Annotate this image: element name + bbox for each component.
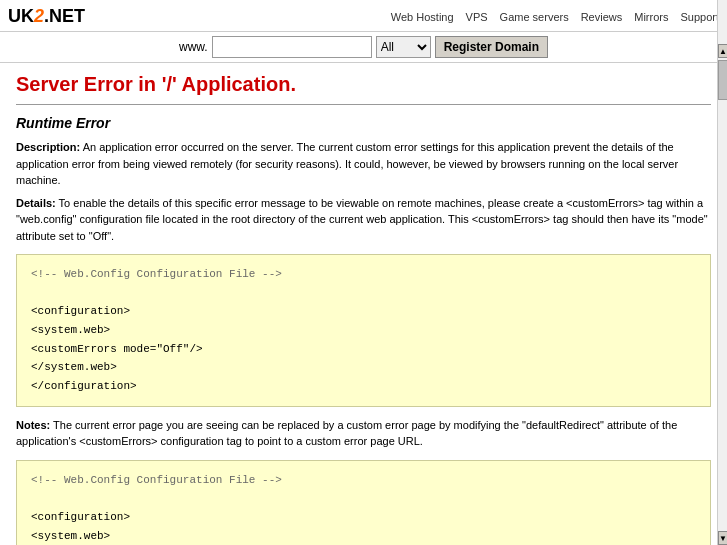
nav-links: Web Hosting VPS Game servers Reviews Mir…: [391, 11, 719, 23]
code-line-sysweb-1: <system.web>: [31, 321, 696, 340]
code-line-customerrors-1: <customErrors mode="Off"/>: [31, 340, 696, 359]
code-box-1: <!-- Web.Config Configuration File --> <…: [16, 254, 711, 407]
domain-select[interactable]: All .com .co.uk .net .org: [376, 36, 431, 58]
notes-block: Notes: The current error page you are se…: [16, 417, 711, 450]
code-comment-2: <!-- Web.Config Configuration File -->: [31, 471, 696, 490]
domain-bar: www. All .com .co.uk .net .org Register …: [0, 32, 727, 63]
details-block: Details: To enable the details of this s…: [16, 195, 711, 245]
code-comment-1: <!-- Web.Config Configuration File -->: [31, 265, 696, 284]
runtime-error-heading: Runtime Error: [16, 115, 711, 131]
code-line-sysweb-2: <system.web>: [31, 527, 696, 545]
register-domain-button[interactable]: Register Domain: [435, 36, 548, 58]
logo-two: 2: [34, 6, 44, 26]
details-text-content: To enable the details of this specific e…: [16, 197, 708, 242]
nav-web-hosting[interactable]: Web Hosting: [391, 11, 454, 23]
notes-text-content: The current error page you are seeing ca…: [16, 419, 677, 448]
description-block: Description: An application error occurr…: [16, 139, 711, 189]
nav-mirrors[interactable]: Mirrors: [634, 11, 668, 23]
scrollbar-thumb[interactable]: [718, 60, 727, 100]
header: UK2.NET Web Hosting VPS Game servers Rev…: [0, 0, 727, 32]
code-blank-1: [31, 284, 696, 303]
scrollbar-up-button[interactable]: ▲: [718, 44, 727, 58]
nav-reviews[interactable]: Reviews: [581, 11, 623, 23]
nav-game-servers[interactable]: Game servers: [500, 11, 569, 23]
code-line-sysweb-close-1: </system.web>: [31, 358, 696, 377]
code-line-config-close-1: </configuration>: [31, 377, 696, 396]
domain-input[interactable]: [212, 36, 372, 58]
code-line-config-1: <configuration>: [31, 302, 696, 321]
code-box-2: <!-- Web.Config Configuration File --> <…: [16, 460, 711, 545]
title-divider: [16, 104, 711, 105]
nav-vps[interactable]: VPS: [466, 11, 488, 23]
description-label: Description:: [16, 141, 80, 153]
scrollbar-down-button[interactable]: ▼: [718, 531, 727, 545]
scrollbar[interactable]: ▲ ▼: [717, 0, 727, 545]
code-blank-2: [31, 490, 696, 509]
www-label: www.: [179, 40, 208, 54]
logo-net: .NET: [44, 6, 85, 26]
logo-uk: UK: [8, 6, 34, 26]
main-content: Server Error in '/' Application. Runtime…: [0, 63, 727, 545]
logo[interactable]: UK2.NET: [8, 6, 85, 27]
details-label: Details:: [16, 197, 56, 209]
page-title: Server Error in '/' Application.: [16, 73, 711, 96]
description-text-content: An application error occurred on the ser…: [16, 141, 678, 186]
notes-label: Notes:: [16, 419, 50, 431]
nav-support[interactable]: Support: [680, 11, 719, 23]
code-line-config-2: <configuration>: [31, 508, 696, 527]
